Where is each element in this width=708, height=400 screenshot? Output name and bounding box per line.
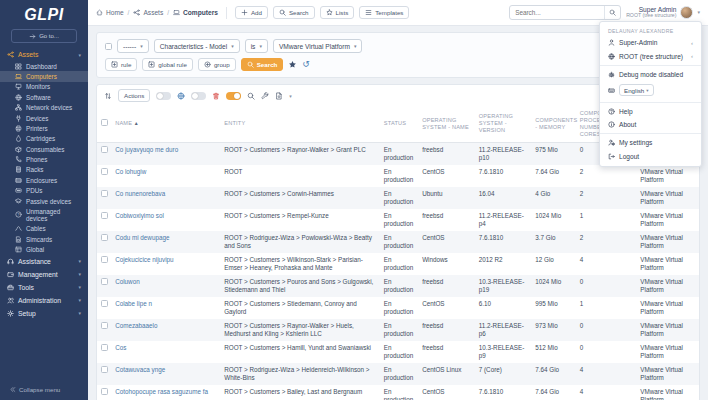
reset-search-icon[interactable]: ↺ xyxy=(302,60,310,69)
user-menu-item-super-admin[interactable]: Super-Admin‹ xyxy=(600,36,701,49)
row-checkbox[interactable] xyxy=(101,234,108,241)
user-menu-item-debug-mode-disabled[interactable]: Debug mode disabled xyxy=(600,68,701,81)
row-checkbox[interactable] xyxy=(101,388,108,395)
sidebar-item-printers[interactable]: Printers xyxy=(0,123,88,133)
map-toggle[interactable] xyxy=(156,92,171,100)
add-rule-button[interactable]: rule xyxy=(105,58,137,71)
sidebar-item-simcards[interactable]: Simcards xyxy=(0,234,88,244)
user-menu-item-help[interactable]: Help xyxy=(600,105,701,118)
column-header-operating-system-version[interactable]: OPERATING SYSTEM - VERSION xyxy=(475,106,532,142)
plus-circle-icon xyxy=(204,61,211,68)
bookmark-star-icon[interactable] xyxy=(288,60,297,69)
avatar[interactable] xyxy=(680,6,693,19)
export-icon[interactable] xyxy=(275,92,283,100)
collapse-menu-button[interactable]: Collapse menu xyxy=(0,381,88,400)
sidebar-item-unmanaged-devices[interactable]: ?Unmanaged devices xyxy=(0,206,88,223)
user-menu-item-root-tree-structure[interactable]: ROOT (tree structure)‹ xyxy=(600,49,701,62)
row-checkbox[interactable] xyxy=(101,366,108,373)
computer-name-link[interactable]: Colabe lipe n xyxy=(115,300,152,307)
row-checkbox[interactable] xyxy=(101,168,108,175)
sidebar-item-racks[interactable]: Racks xyxy=(0,165,88,175)
sidebar-item-cables[interactable]: Cables xyxy=(0,224,88,234)
computer-name-link[interactable]: Comezabaaelo xyxy=(115,322,157,329)
sidebar-item-phones[interactable]: Phones xyxy=(0,154,88,164)
breadcrumb-computers[interactable]: Computers xyxy=(183,9,218,16)
sidebar-section-assets[interactable]: Assets ▾ xyxy=(0,48,88,61)
computer-name-link[interactable]: Co juyavyuqo me duro xyxy=(115,146,178,153)
menu-item-label: About xyxy=(619,121,636,128)
column-header-operating-system-name[interactable]: OPERATING SYSTEM - NAME xyxy=(418,106,475,142)
row-checkbox[interactable] xyxy=(101,300,108,307)
wrench-icon[interactable] xyxy=(261,92,269,100)
actions-button[interactable]: Actions xyxy=(118,89,150,102)
sidebar-item-cartridges[interactable]: Cartridges xyxy=(0,134,88,144)
sidebar-item-computers[interactable]: Computers xyxy=(0,71,88,81)
row-checkbox-cell xyxy=(97,341,111,363)
column-header-entity[interactable]: ENTITY xyxy=(220,106,380,142)
lists-button[interactable]: Lists xyxy=(320,6,355,19)
sidebar-item-label: Phones xyxy=(26,156,47,163)
computer-name-link[interactable]: Cotawuvaca ynge xyxy=(115,366,165,373)
run-search-button[interactable]: Search xyxy=(241,58,284,71)
computer-name-link[interactable]: Co nunenorebava xyxy=(115,190,165,197)
row-checkbox[interactable] xyxy=(101,322,108,329)
templates-button[interactable]: Templates xyxy=(359,6,409,19)
add-button[interactable]: Add xyxy=(235,6,268,19)
column-header-status[interactable]: STATUS xyxy=(380,106,418,142)
user-menu-item-english[interactable]: English xyxy=(600,81,701,99)
deleted-toggle[interactable] xyxy=(191,92,206,100)
search-filter-toggle[interactable] xyxy=(226,92,241,100)
computer-name-link[interactable]: Codu mi dewupage xyxy=(115,234,169,241)
sidebar-item-global[interactable]: Global xyxy=(0,244,88,254)
cores-cell: 0 xyxy=(576,275,637,297)
computer-name-link[interactable]: Cotohopocupe rasa saguzume fa xyxy=(115,388,208,395)
row-checkbox[interactable] xyxy=(101,146,108,153)
global-search-input[interactable] xyxy=(510,9,604,16)
sidebar-item-monitors[interactable]: Monitors xyxy=(0,82,88,92)
row-checkbox[interactable] xyxy=(101,344,108,351)
sidebar-item-network-devices[interactable]: Network devices xyxy=(0,103,88,113)
sidebar-item-enclosures[interactable]: Enclosures xyxy=(0,175,88,185)
row-checkbox[interactable] xyxy=(101,190,108,197)
user-menu-item-logout[interactable]: Logout xyxy=(600,150,701,163)
row-checkbox[interactable] xyxy=(101,212,108,219)
sidebar-section-administration[interactable]: Administration▾ xyxy=(0,294,88,307)
criteria-logic-select[interactable]: ------ xyxy=(117,39,149,53)
user-menu-item-my-settings[interactable]: My settings xyxy=(600,136,701,149)
computer-name-link[interactable]: Cos xyxy=(115,344,126,351)
criteria-value-select[interactable]: VMware Virtual Platform xyxy=(273,39,362,53)
user-menu-trigger[interactable]: Super Admin ROOT (tree structure) ▾ xyxy=(626,6,700,20)
computer-name-link[interactable]: Co lohugiw xyxy=(115,168,146,175)
breadcrumb-home[interactable]: Home xyxy=(106,9,124,16)
sidebar-item-software[interactable]: Software xyxy=(0,92,88,102)
computer-name-link[interactable]: Cobiwoxiyimo sol xyxy=(115,212,164,219)
column-header-components-memory[interactable]: COMPONENTS - MEMORY xyxy=(531,106,575,142)
row-checkbox[interactable] xyxy=(101,278,108,285)
add-global-rule-button[interactable]: global rule xyxy=(142,58,193,71)
user-menu-item-about[interactable]: About xyxy=(600,118,701,131)
pager-sort-icon[interactable] xyxy=(104,92,112,100)
sidebar-item-pdus[interactable]: PDUs xyxy=(0,186,88,196)
language-select[interactable]: English xyxy=(619,84,654,96)
sidebar-item-passive-devices[interactable]: Passive devices xyxy=(0,196,88,206)
global-search-submit[interactable] xyxy=(604,6,620,19)
sidebar-section-assistance[interactable]: Assistance▾ xyxy=(0,255,88,268)
sidebar-section-setup[interactable]: Setup▾ xyxy=(0,307,88,320)
sidebar-section-tools[interactable]: Tools▾ xyxy=(0,281,88,294)
sidebar-item-dashboard[interactable]: Dashboard xyxy=(0,61,88,71)
select-all-checkbox[interactable] xyxy=(101,119,108,126)
add-group-button[interactable]: group xyxy=(198,58,236,71)
goto-button[interactable]: Go to... xyxy=(11,29,77,43)
search-button[interactable]: Search xyxy=(273,6,315,19)
row-checkbox[interactable] xyxy=(101,256,108,263)
criteria-field-select[interactable]: Characteristics - Model xyxy=(154,39,240,53)
sidebar-item-consumables[interactable]: Consumables xyxy=(0,144,88,154)
column-header-name[interactable]: NAME ▲ xyxy=(111,106,220,142)
computer-name-link[interactable]: Cojekucicice nijuvipu xyxy=(115,256,173,263)
criteria-operator-select[interactable]: is xyxy=(245,39,268,53)
sidebar-item-devices[interactable]: Devices xyxy=(0,113,88,123)
sidebar-section-management[interactable]: Management▾ xyxy=(0,268,88,281)
criteria-checkbox[interactable] xyxy=(105,43,112,50)
breadcrumb-assets[interactable]: Assets xyxy=(143,9,163,16)
computer-name-link[interactable]: Coluwon xyxy=(115,278,140,285)
